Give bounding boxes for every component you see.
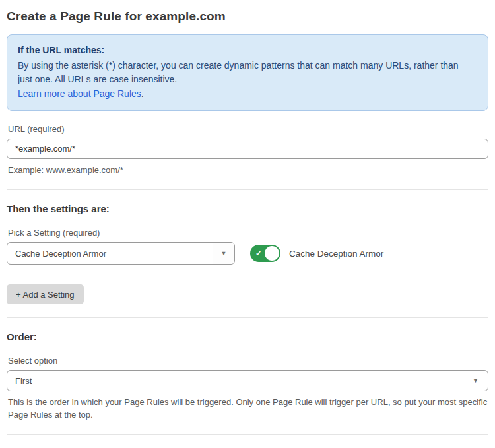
url-example-helper: Example: www.example.com/* (8, 164, 488, 176)
setting-select[interactable]: Cache Deception Armor ▼ (7, 242, 235, 265)
link-suffix-period: . (141, 88, 144, 99)
divider (7, 434, 488, 435)
info-callout-heading: If the URL matches: (18, 44, 477, 57)
cache-deception-armor-toggle[interactable]: ✓ (250, 245, 280, 262)
pick-setting-label: Pick a Setting (required) (8, 228, 488, 238)
setting-toggle-wrap: ✓ Cache Deception Armor (250, 245, 383, 262)
toggle-label: Cache Deception Armor (289, 249, 383, 259)
info-link-line: Learn more about Page Rules. (18, 87, 477, 101)
info-callout-body: By using the asterisk (*) character, you… (18, 59, 473, 86)
order-select-value: First (7, 371, 473, 391)
add-setting-button[interactable]: + Add a Setting (7, 284, 84, 304)
order-select[interactable]: First ▼ (7, 370, 488, 391)
url-field-label: URL (required) (8, 124, 488, 134)
page-title: Create a Page Rule for example.com (7, 9, 488, 24)
setting-row: Cache Deception Armor ▼ ✓ Cache Deceptio… (7, 242, 488, 265)
learn-more-link[interactable]: Learn more about Page Rules (18, 88, 141, 99)
divider (7, 317, 488, 318)
divider (7, 189, 488, 190)
order-section-heading: Order: (7, 331, 488, 342)
create-page-rule-form: Create a Page Rule for example.com If th… (0, 0, 495, 448)
check-icon: ✓ (255, 249, 262, 258)
settings-section-heading: Then the settings are: (7, 203, 488, 214)
toggle-knob (265, 246, 279, 261)
order-select-arrow: ▼ (473, 371, 488, 391)
url-input[interactable] (7, 139, 488, 159)
url-match-info-callout: If the URL matches: By using the asteris… (7, 34, 488, 111)
chevron-down-icon: ▼ (221, 251, 227, 257)
setting-select-value: Cache Deception Armor (7, 243, 213, 264)
setting-select-arrow-button[interactable]: ▼ (213, 243, 234, 264)
order-select-label: Select option (8, 356, 488, 366)
order-helper-text: This is the order in which your Page Rul… (8, 396, 488, 421)
chevron-down-icon: ▼ (473, 378, 478, 384)
